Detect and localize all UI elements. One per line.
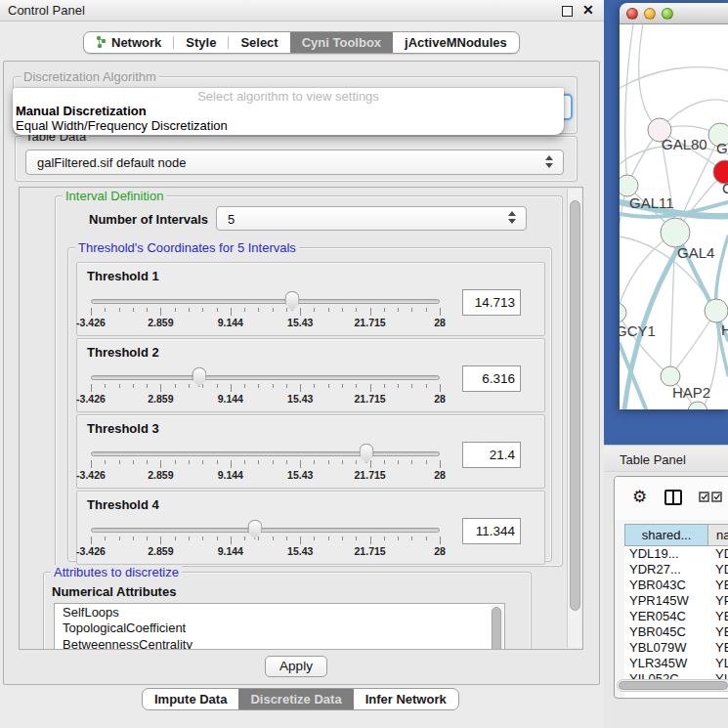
tick-label: 2.859 bbox=[148, 469, 173, 481]
network-node-label: GCY1 bbox=[620, 322, 656, 339]
tick-label: 15.43 bbox=[287, 469, 313, 481]
network-node[interactable] bbox=[661, 218, 690, 247]
tick-label: 2.859 bbox=[148, 393, 173, 405]
table-toolbar: ⚙ bbox=[615, 477, 728, 520]
cell[interactable]: YBR043C bbox=[624, 578, 708, 593]
zoom-light-icon[interactable] bbox=[662, 8, 673, 20]
table-row[interactable]: YLR345WYLR3 bbox=[624, 656, 728, 671]
network-node[interactable] bbox=[620, 175, 638, 196]
threshold-value-field[interactable]: 6.316 bbox=[462, 365, 521, 392]
threshold-value-field[interactable]: 11.344 bbox=[462, 518, 521, 544]
float-window-icon[interactable] bbox=[562, 6, 573, 17]
slider-track[interactable] bbox=[91, 528, 440, 533]
apply-button[interactable]: Apply bbox=[265, 656, 327, 677]
tick-label: -3.426 bbox=[76, 469, 106, 481]
table-row[interactable]: YER054CYER0 bbox=[624, 609, 728, 624]
network-node[interactable] bbox=[688, 402, 707, 409]
control-panel: Control Panel ✕ Network bbox=[0, 0, 604, 728]
cell[interactable]: YDL19... bbox=[624, 546, 708, 562]
list-item[interactable]: TopologicalCoefficient bbox=[55, 621, 504, 637]
number-of-intervals-value: 5 bbox=[228, 212, 235, 227]
scrollbar-thumb[interactable] bbox=[619, 681, 728, 690]
cell[interactable]: YBR0 bbox=[708, 624, 728, 640]
slider-track[interactable] bbox=[91, 299, 440, 304]
tab-impute-data[interactable]: Impute Data bbox=[143, 689, 238, 709]
table-row[interactable]: YBR045CYBR0 bbox=[624, 624, 728, 640]
list-scrollbar[interactable] bbox=[491, 605, 503, 650]
table-data-combo[interactable]: galFiltered.sif default node bbox=[25, 150, 564, 175]
tab-select[interactable]: Select bbox=[229, 32, 289, 53]
table-row[interactable]: YDL19...YDL1 bbox=[624, 546, 728, 562]
cell[interactable]: YPR1 bbox=[708, 593, 728, 609]
number-of-intervals-combo[interactable]: 5 bbox=[216, 206, 527, 231]
threshold-panel: Threshold 4 -3.426 2.859 9.144 15.43 bbox=[76, 491, 545, 565]
split-view-icon[interactable] bbox=[664, 490, 682, 505]
list-item[interactable]: SelfLoops bbox=[55, 604, 504, 621]
table-header-row: shared... na bbox=[624, 524, 728, 546]
network-view-frame: GAL80GACGAL11GAL4GCY1HHAP2 bbox=[604, 0, 728, 445]
threshold-label: Threshold 4 bbox=[87, 497, 159, 512]
dropdown-option-manual-discretization[interactable]: Manual Discretization bbox=[16, 104, 147, 118]
cyni-bottom-tabbar: Impute Data Discretize Data Infer Networ… bbox=[142, 688, 459, 710]
threshold-value-field[interactable]: 14.713 bbox=[462, 289, 521, 316]
dropdown-option-equal-width-frequency[interactable]: Equal Width/Frequency Discretization bbox=[16, 118, 228, 133]
combo-spinner-icon bbox=[545, 155, 554, 168]
table-row[interactable]: YBR043CYBR0 bbox=[624, 578, 728, 593]
cell[interactable]: YLR3 bbox=[708, 656, 728, 671]
network-node[interactable] bbox=[661, 366, 680, 386]
tab-cyni-toolbox[interactable]: Cyni Toolbox bbox=[290, 32, 393, 53]
tick-label: 15.43 bbox=[287, 545, 313, 557]
cell[interactable]: YBR0 bbox=[708, 578, 728, 593]
dropdown-prompt: Select algorithm to view settings bbox=[13, 89, 564, 104]
scrollbar-thumb[interactable] bbox=[570, 200, 580, 611]
cell[interactable]: YDL1 bbox=[708, 546, 728, 562]
table-horizontal-scrollbar[interactable] bbox=[617, 679, 728, 692]
settings-vertical-scrollbar[interactable] bbox=[567, 189, 581, 648]
network-node[interactable] bbox=[620, 303, 626, 322]
minimize-light-icon[interactable] bbox=[644, 8, 656, 20]
cell[interactable]: YER0 bbox=[708, 609, 728, 624]
cell[interactable]: YLR345W bbox=[624, 656, 708, 671]
table-data-group: Table Data galFiltered.sif default node bbox=[15, 136, 578, 182]
tab-network[interactable]: Network bbox=[84, 32, 173, 53]
network-node[interactable] bbox=[705, 299, 728, 322]
cell[interactable]: YBL079W bbox=[624, 640, 708, 656]
right-panel: GAL80GACGAL11GAL4GCY1HHAP2 Table Panel ⚙ bbox=[604, 0, 728, 728]
table-row[interactable]: YBL079WYBL0 bbox=[624, 640, 728, 656]
network-node-label: GAL80 bbox=[662, 136, 707, 152]
checkbox-icon[interactable] bbox=[711, 492, 722, 502]
threshold-value-field[interactable]: 21.4 bbox=[462, 442, 521, 468]
tick-label: 21.715 bbox=[355, 469, 386, 481]
tab-infer-network-label: Infer Network bbox=[365, 692, 447, 707]
cell[interactable]: YBL0 bbox=[708, 640, 728, 656]
slider-track[interactable] bbox=[91, 375, 440, 380]
network-window[interactable]: GAL80GACGAL11GAL4GCY1HHAP2 bbox=[620, 3, 728, 409]
slider-track[interactable] bbox=[91, 451, 440, 456]
close-light-icon[interactable] bbox=[626, 8, 638, 20]
column-header-shared-name[interactable]: shared... bbox=[624, 524, 708, 546]
column-checkbox-icons[interactable] bbox=[699, 492, 722, 502]
table-row[interactable]: YPR145WYPR1 bbox=[624, 593, 728, 609]
tab-style[interactable]: Style bbox=[174, 32, 228, 53]
screen: Control Panel ✕ Network bbox=[0, 0, 728, 728]
checkbox-icon[interactable] bbox=[699, 492, 709, 502]
network-canvas[interactable]: GAL80GACGAL11GAL4GCY1HHAP2 bbox=[620, 24, 728, 409]
cell[interactable]: YPR145W bbox=[624, 593, 708, 609]
tab-jactivemnodules-label: jActiveMNodules bbox=[405, 35, 507, 50]
network-icon bbox=[96, 35, 107, 51]
algorithm-dropdown-popup: Select algorithm to view settings Manual… bbox=[13, 88, 564, 135]
tick-label: 21.715 bbox=[355, 317, 386, 328]
tab-infer-network[interactable]: Infer Network bbox=[354, 689, 458, 709]
table-row[interactable]: YDR27...YDR2 bbox=[624, 562, 728, 578]
column-header-name[interactable]: na bbox=[708, 524, 728, 546]
cell[interactable]: YBR045C bbox=[624, 624, 708, 640]
tab-jactivemnodules[interactable]: jActiveMNodules bbox=[393, 32, 519, 53]
gear-icon[interactable]: ⚙ bbox=[632, 487, 647, 506]
cell[interactable]: YDR27... bbox=[624, 562, 708, 578]
cell[interactable]: YDR2 bbox=[708, 562, 728, 578]
tab-discretize-data[interactable]: Discretize Data bbox=[238, 689, 353, 709]
list-item[interactable]: BetweennessCentrality bbox=[55, 636, 504, 650]
cell[interactable]: YER054C bbox=[624, 609, 708, 624]
close-icon[interactable]: ✕ bbox=[582, 2, 594, 18]
tab-impute-data-label: Impute Data bbox=[154, 692, 227, 707]
